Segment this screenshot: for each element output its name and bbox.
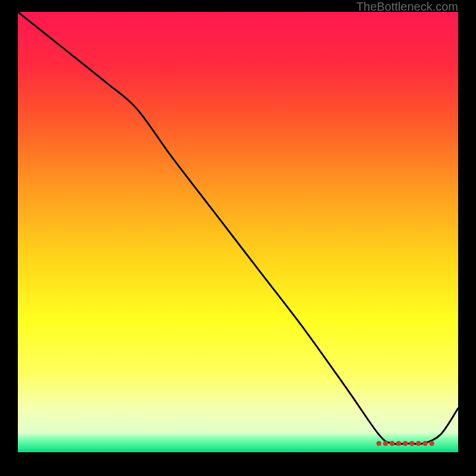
- chart-svg: [18, 12, 458, 452]
- highlight-dot: [416, 441, 421, 446]
- watermark-text: TheBottleneck.com: [356, 0, 458, 14]
- plot-area: [18, 12, 458, 452]
- highlight-dot: [377, 441, 381, 446]
- gradient-background: [18, 12, 458, 452]
- highlight-dot: [429, 441, 434, 446]
- highlight-dot: [390, 441, 394, 446]
- highlight-dot: [403, 441, 408, 446]
- highlight-dots: [377, 441, 434, 446]
- highlight-dot: [409, 441, 414, 446]
- highlight-dot: [396, 441, 401, 446]
- highlight-dot: [383, 441, 388, 446]
- highlight-dot: [422, 441, 427, 446]
